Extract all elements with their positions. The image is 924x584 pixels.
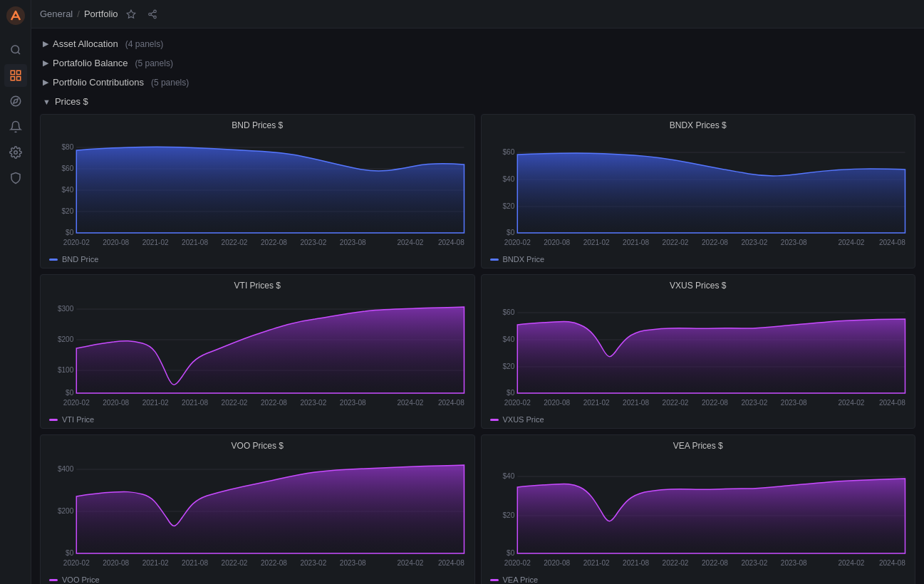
svg-point-1	[11, 46, 19, 53]
svg-text:2021-08: 2021-08	[182, 559, 208, 567]
chevron-right-icon: ▶	[43, 39, 48, 48]
sidebar	[0, 0, 31, 584]
section-asset-allocation[interactable]: ▶ Asset Allocation (4 panels)	[40, 34, 915, 53]
svg-text:2024-08: 2024-08	[438, 239, 464, 246]
svg-text:2023-08: 2023-08	[780, 239, 806, 246]
svg-text:2020-02: 2020-02	[504, 239, 530, 246]
chart-voo-svg: $400 $200 $0 Price 2020-02 2020-08 2021-…	[49, 455, 466, 573]
chart-bnd-legend: BND Price	[49, 255, 466, 264]
breadcrumb-general[interactable]: General	[40, 9, 73, 19]
svg-text:2024-02: 2024-02	[838, 239, 864, 246]
svg-text:2023-08: 2023-08	[340, 239, 366, 246]
svg-text:2023-02: 2023-02	[300, 559, 326, 567]
chart-bnd-title: BND Prices $	[49, 120, 466, 130]
chart-bnd-area: $80 $60 $40 $20 $0 Price 2020-02 2020-08	[49, 135, 466, 252]
svg-text:2021-08: 2021-08	[623, 559, 649, 567]
breadcrumb-portfolio[interactable]: Portfolio	[84, 9, 118, 19]
svg-point-0	[6, 6, 25, 25]
svg-text:2024-02: 2024-02	[397, 559, 423, 567]
sidebar-explore[interactable]	[4, 90, 27, 113]
svg-text:$0: $0	[507, 229, 515, 236]
app-logo[interactable]	[6, 6, 26, 26]
svg-text:2022-08: 2022-08	[261, 399, 287, 407]
legend-dot	[490, 579, 499, 581]
svg-text:2024-02: 2024-02	[397, 239, 423, 246]
section-prices[interactable]: ▼ Prices $	[40, 92, 915, 111]
svg-text:$60: $60	[61, 165, 73, 172]
legend-label: VEA Price	[503, 575, 539, 584]
svg-text:2021-02: 2021-02	[583, 559, 609, 567]
svg-text:2023-02: 2023-02	[741, 559, 767, 567]
section-portafolio-balance[interactable]: ▶ Portafolio Balance (5 panels)	[40, 53, 915, 73]
legend-label: VXUS Price	[503, 415, 544, 424]
svg-text:2023-08: 2023-08	[340, 399, 366, 407]
svg-line-13	[151, 11, 154, 13]
chart-vea-legend: VEA Price	[490, 575, 907, 584]
svg-rect-2	[11, 71, 14, 74]
star-button[interactable]	[123, 6, 140, 23]
share-button[interactable]	[144, 6, 161, 23]
chart-bndx: BNDX Prices $	[481, 114, 916, 268]
svg-text:2022-02: 2022-02	[662, 399, 688, 407]
svg-text:$20: $20	[502, 511, 514, 519]
svg-rect-3	[16, 71, 20, 74]
chart-bndx-legend: BNDX Price	[490, 255, 907, 264]
breadcrumb-separator: /	[77, 9, 80, 19]
breadcrumb: General / Portfolio	[40, 9, 118, 19]
svg-marker-8	[127, 10, 135, 18]
svg-text:$400: $400	[58, 465, 74, 473]
section-portfolio-contributions[interactable]: ▶ Portfolio Contributions (5 panels)	[40, 73, 915, 92]
svg-text:$200: $200	[58, 335, 74, 343]
svg-text:2024-08: 2024-08	[878, 399, 905, 407]
svg-text:$80: $80	[61, 143, 73, 151]
svg-text:2023-02: 2023-02	[741, 399, 767, 407]
legend-label: VTI Price	[62, 415, 94, 424]
svg-text:2023-02: 2023-02	[741, 239, 767, 246]
svg-text:2021-02: 2021-02	[142, 559, 169, 567]
section-label: Portafolio Balance	[53, 58, 128, 68]
chart-voo-title: VOO Prices $	[49, 441, 466, 451]
svg-text:2023-08: 2023-08	[340, 559, 366, 567]
svg-text:$0: $0	[66, 549, 74, 557]
svg-text:2023-08: 2023-08	[780, 559, 806, 567]
chart-vea-svg: $40 $20 $0 Price 2020-02 2020-08 2021-02…	[490, 455, 907, 573]
prices-charts-section: BND Prices $	[40, 114, 915, 584]
svg-text:2021-02: 2021-02	[142, 399, 169, 407]
svg-text:2024-08: 2024-08	[438, 399, 464, 407]
chart-vea-title: VEA Prices $	[490, 441, 907, 451]
svg-text:$60: $60	[502, 148, 514, 156]
content-area: ▶ Asset Allocation (4 panels) ▶ Portafol…	[31, 28, 924, 584]
svg-line-12	[151, 14, 154, 16]
svg-text:2021-02: 2021-02	[142, 239, 169, 246]
svg-text:2024-08: 2024-08	[438, 559, 464, 567]
sidebar-alerts[interactable]	[4, 115, 27, 138]
chart-bnd: BND Prices $	[40, 114, 475, 268]
sidebar-search[interactable]	[4, 38, 27, 61]
svg-text:2020-08: 2020-08	[103, 399, 129, 407]
chart-vti-legend: VTI Price	[49, 415, 466, 424]
sidebar-settings[interactable]	[4, 141, 27, 164]
chart-bndx-area: $60 $40 $20 $0 Price 2020-02 2020-08 202…	[490, 135, 907, 252]
chevron-down-icon: ▼	[43, 98, 51, 106]
sidebar-dashboards[interactable]	[4, 64, 27, 87]
svg-text:2022-02: 2022-02	[662, 559, 688, 567]
svg-text:$60: $60	[502, 308, 514, 316]
chart-vti-svg: $300 $200 $100 $0 Price 2020-02 2020-08 …	[49, 295, 466, 412]
svg-text:$0: $0	[507, 389, 515, 397]
svg-point-7	[14, 151, 17, 155]
svg-text:$20: $20	[502, 202, 514, 210]
topbar: General / Portfolio	[31, 0, 924, 28]
svg-text:2021-08: 2021-08	[182, 239, 208, 246]
svg-text:2022-08: 2022-08	[261, 559, 287, 567]
svg-text:2024-02: 2024-02	[397, 399, 423, 407]
svg-text:2021-02: 2021-02	[583, 399, 609, 407]
chart-vxus-title: VXUS Prices $	[490, 281, 907, 291]
svg-text:$20: $20	[502, 363, 514, 370]
chart-voo-area: $400 $200 $0 Price 2020-02 2020-08 2021-…	[49, 455, 466, 573]
chart-vti: VTI Prices $	[40, 274, 475, 429]
svg-text:2024-02: 2024-02	[838, 559, 864, 567]
chart-bndx-title: BNDX Prices $	[490, 120, 907, 130]
svg-text:2020-08: 2020-08	[103, 239, 129, 246]
sidebar-security[interactable]	[4, 167, 27, 189]
svg-text:2024-08: 2024-08	[878, 239, 905, 246]
